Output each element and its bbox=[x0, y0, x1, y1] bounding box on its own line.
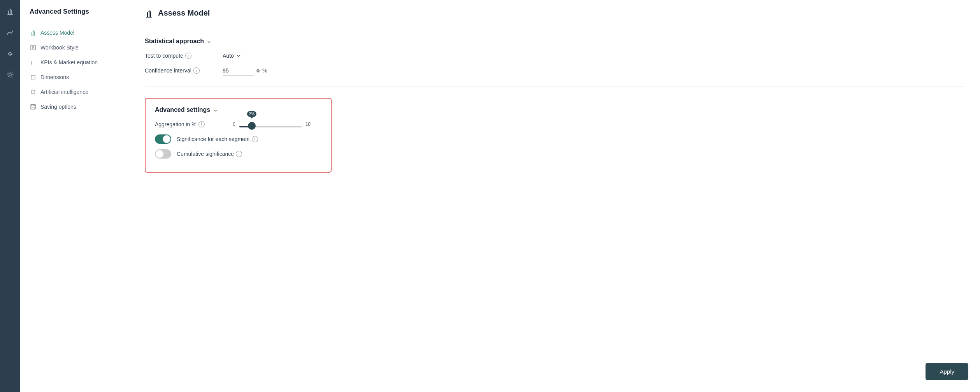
ai-icon bbox=[30, 88, 37, 95]
confidence-interval-label: Confidence interval i bbox=[145, 67, 215, 74]
svg-text:f: f bbox=[31, 60, 33, 65]
svg-point-14 bbox=[33, 93, 33, 94]
chart-bar-icon[interactable] bbox=[3, 5, 17, 19]
gear-icon[interactable] bbox=[3, 68, 17, 82]
test-to-compute-row: Test to compute i Auto bbox=[145, 53, 964, 59]
sidebar-item-assess-model[interactable]: Assess Model bbox=[20, 25, 129, 40]
aggregation-row: Aggregation in % i 0 2% 10 bbox=[155, 121, 321, 127]
apply-button-wrapper: Apply bbox=[926, 363, 968, 380]
sidebar-label-ai: Artificial intelligence bbox=[40, 89, 88, 95]
spinner-up-arrow[interactable] bbox=[256, 69, 260, 71]
sidebar-header: Advanced Settings bbox=[20, 0, 129, 22]
svg-point-4 bbox=[9, 74, 11, 76]
spinner-down-arrow[interactable] bbox=[256, 71, 260, 73]
significance-toggle-label: Significance for each segment i bbox=[177, 136, 258, 142]
svg-point-0 bbox=[8, 53, 9, 55]
icon-bar bbox=[0, 0, 20, 392]
main-header-icon bbox=[145, 9, 153, 18]
sidebar-label-saving: Saving options bbox=[40, 104, 76, 110]
main-header: Assess Model bbox=[129, 0, 980, 25]
significance-toggle[interactable] bbox=[155, 134, 171, 144]
svg-point-1 bbox=[9, 52, 11, 53]
slider-thumb[interactable]: 2% bbox=[248, 122, 256, 130]
cumulative-info-icon[interactable]: i bbox=[236, 151, 242, 157]
dots-cluster-icon[interactable] bbox=[3, 47, 17, 61]
sidebar-label-dimensions: Dimensions bbox=[40, 74, 69, 80]
cumulative-toggle-thumb bbox=[156, 150, 163, 158]
unit-label: % bbox=[262, 67, 267, 74]
confidence-interval-row: Confidence interval i % bbox=[145, 66, 964, 76]
aggregation-slider[interactable]: 2% bbox=[239, 126, 302, 127]
kpis-icon: f bbox=[30, 59, 37, 66]
workbook-style-icon bbox=[30, 44, 37, 51]
advanced-settings-box: Advanced settings ⌄ Aggregation in % i 0… bbox=[145, 98, 332, 173]
aggregation-label: Aggregation in % i bbox=[155, 121, 225, 127]
test-info-icon[interactable]: i bbox=[185, 53, 191, 59]
advanced-chevron-icon: ⌄ bbox=[213, 107, 218, 113]
svg-point-2 bbox=[11, 53, 12, 55]
sidebar-item-ai[interactable]: Artificial intelligence bbox=[20, 85, 129, 99]
svg-point-11 bbox=[32, 92, 32, 92]
sidebar-label-workbook-style: Workbook Style bbox=[40, 44, 79, 51]
sidebar: Advanced Settings Assess Model Workboo bbox=[20, 0, 129, 392]
sidebar-item-saving[interactable]: Saving options bbox=[20, 99, 129, 114]
chevron-down-icon: ⌄ bbox=[207, 38, 211, 44]
svg-point-12 bbox=[34, 92, 35, 92]
sidebar-label-assess-model: Assess Model bbox=[40, 30, 74, 36]
cumulative-toggle-row: Cumulative significance i bbox=[155, 149, 321, 159]
trend-icon[interactable] bbox=[3, 26, 17, 40]
assess-model-icon bbox=[30, 29, 37, 36]
slider-min-label: 0 bbox=[233, 122, 235, 127]
dimensions-icon bbox=[30, 74, 37, 81]
sidebar-nav: Assess Model Workbook Style f KPIs & Mar… bbox=[20, 22, 129, 117]
test-to-compute-label: Test to compute i bbox=[145, 53, 215, 59]
confidence-info-icon[interactable]: i bbox=[193, 67, 200, 74]
aggregation-info-icon[interactable]: i bbox=[198, 121, 205, 127]
significance-toggle-thumb bbox=[163, 135, 170, 143]
cumulative-toggle-label: Cumulative significance i bbox=[177, 151, 242, 157]
sidebar-item-workbook-style[interactable]: Workbook Style bbox=[20, 40, 129, 55]
section-divider bbox=[145, 87, 964, 87]
spinner-arrows bbox=[256, 69, 260, 73]
statistical-approach-title[interactable]: Statistical approach ⌄ bbox=[145, 38, 964, 45]
apply-button[interactable]: Apply bbox=[926, 363, 968, 380]
svg-point-13 bbox=[33, 90, 33, 91]
statistical-approach-section: Statistical approach ⌄ Test to compute i… bbox=[145, 38, 964, 76]
advanced-settings-title[interactable]: Advanced settings ⌄ bbox=[155, 106, 321, 113]
confidence-interval-input-wrapper: % bbox=[223, 66, 267, 76]
significance-toggle-row: Significance for each segment i bbox=[155, 134, 321, 144]
svg-point-3 bbox=[9, 54, 11, 56]
sidebar-item-kpis[interactable]: f KPIs & Market equation bbox=[20, 55, 129, 70]
sidebar-label-kpis: KPIs & Market equation bbox=[40, 59, 98, 65]
dropdown-arrow-icon bbox=[236, 53, 241, 58]
slider-thumb-label: 2% bbox=[247, 111, 256, 117]
aggregation-slider-wrapper: 0 2% 10 bbox=[233, 121, 311, 127]
main-content: Assess Model Statistical approach ⌄ Test… bbox=[129, 0, 980, 392]
saving-icon bbox=[30, 103, 37, 110]
slider-max-label: 10 bbox=[306, 122, 311, 127]
cumulative-toggle[interactable] bbox=[155, 149, 171, 159]
significance-info-icon[interactable]: i bbox=[252, 136, 258, 142]
svg-rect-16 bbox=[32, 107, 34, 109]
main-body: Statistical approach ⌄ Test to compute i… bbox=[129, 25, 980, 185]
test-to-compute-dropdown[interactable]: Auto bbox=[223, 53, 241, 59]
sidebar-item-dimensions[interactable]: Dimensions bbox=[20, 70, 129, 85]
confidence-interval-input[interactable] bbox=[223, 66, 254, 76]
main-title: Assess Model bbox=[158, 9, 210, 18]
